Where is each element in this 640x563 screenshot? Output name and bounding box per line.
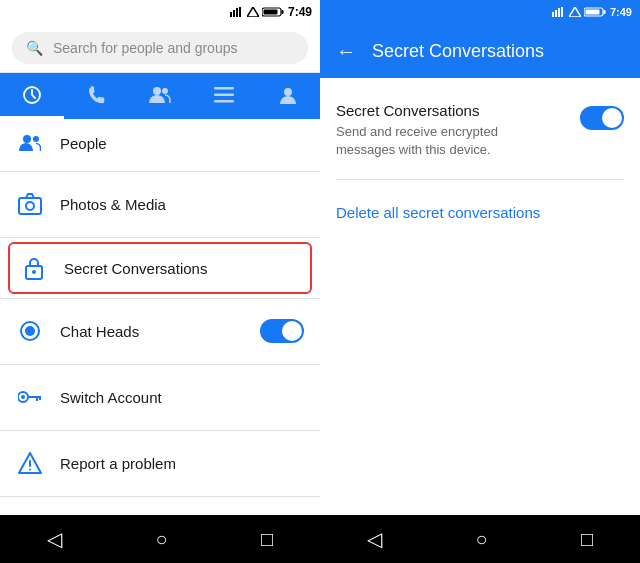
svg-point-16 bbox=[33, 136, 39, 142]
secret-conversations-setting-row: Secret Conversations Send and receive en… bbox=[336, 94, 624, 175]
divider-3 bbox=[0, 298, 320, 299]
svg-point-9 bbox=[153, 87, 161, 95]
svg-point-20 bbox=[32, 270, 36, 274]
delete-label: Delete all secret conversations bbox=[336, 204, 540, 221]
left-status-icons bbox=[230, 7, 284, 17]
left-panel: 7:49 🔍 Search for people and groups bbox=[0, 0, 320, 563]
right-header-title: Secret Conversations bbox=[372, 41, 544, 62]
photos-media-label: Photos & Media bbox=[60, 196, 304, 213]
right-recents-button[interactable]: □ bbox=[565, 520, 609, 559]
left-back-button[interactable]: ◁ bbox=[31, 519, 78, 559]
svg-rect-17 bbox=[19, 198, 41, 214]
secret-conversations-toggle[interactable] bbox=[580, 106, 624, 130]
svg-rect-6 bbox=[263, 10, 277, 15]
svg-rect-36 bbox=[555, 10, 557, 17]
right-panel: 7:49 ← Secret Conversations Secret Conve… bbox=[320, 0, 640, 563]
search-input[interactable]: 🔍 Search for people and groups bbox=[12, 32, 308, 64]
svg-rect-41 bbox=[585, 10, 599, 15]
svg-rect-42 bbox=[603, 10, 605, 14]
menu-item-help[interactable]: ? Help bbox=[0, 501, 320, 515]
left-time: 7:49 bbox=[288, 5, 312, 19]
key-icon bbox=[16, 383, 44, 411]
menu-item-report-problem[interactable]: Report a problem bbox=[0, 435, 320, 492]
search-placeholder: Search for people and groups bbox=[53, 40, 237, 56]
svg-point-18 bbox=[26, 202, 34, 210]
svg-rect-13 bbox=[214, 100, 234, 103]
right-header: ← Secret Conversations bbox=[320, 24, 640, 78]
tab-recent[interactable] bbox=[0, 73, 64, 119]
svg-rect-11 bbox=[214, 87, 234, 90]
nav-tabs bbox=[0, 73, 320, 119]
chat-heads-toggle-container bbox=[260, 319, 304, 343]
right-content: Secret Conversations Send and receive en… bbox=[320, 78, 640, 515]
chat-heads-icon bbox=[16, 317, 44, 345]
left-home-button[interactable]: ○ bbox=[139, 520, 183, 559]
people-icon bbox=[16, 129, 44, 157]
svg-point-14 bbox=[284, 88, 292, 96]
camera-icon bbox=[16, 190, 44, 218]
menu-item-people[interactable]: People bbox=[0, 119, 320, 167]
right-back-button[interactable]: ◁ bbox=[351, 519, 398, 559]
svg-point-24 bbox=[21, 395, 25, 399]
divider-2 bbox=[0, 237, 320, 238]
search-bar: 🔍 Search for people and groups bbox=[0, 24, 320, 73]
warning-icon bbox=[16, 449, 44, 477]
tab-menu-list[interactable] bbox=[192, 73, 256, 119]
report-problem-label: Report a problem bbox=[60, 455, 304, 472]
menu-item-photos-media[interactable]: Photos & Media bbox=[0, 176, 320, 233]
svg-rect-12 bbox=[214, 93, 234, 96]
menu-list: People Photos & Media Secret Conversatio… bbox=[0, 119, 320, 515]
svg-marker-4 bbox=[247, 7, 259, 17]
svg-rect-38 bbox=[561, 7, 563, 17]
left-status-bar: 7:49 bbox=[0, 0, 320, 24]
svg-point-22 bbox=[25, 326, 35, 336]
menu-item-chat-heads[interactable]: Chat Heads bbox=[0, 303, 320, 360]
svg-point-30 bbox=[29, 469, 31, 471]
right-divider bbox=[336, 179, 624, 180]
right-home-button[interactable]: ○ bbox=[459, 520, 503, 559]
svg-rect-1 bbox=[233, 10, 235, 17]
right-status-bar: 7:49 bbox=[320, 0, 640, 24]
chat-heads-label: Chat Heads bbox=[60, 323, 244, 340]
tab-profile[interactable] bbox=[256, 73, 320, 119]
setting-description: Send and receive encrypted messages with… bbox=[336, 123, 536, 159]
svg-point-10 bbox=[162, 88, 168, 94]
divider-4 bbox=[0, 364, 320, 365]
setting-text-block: Secret Conversations Send and receive en… bbox=[336, 102, 580, 159]
tab-people[interactable] bbox=[128, 73, 192, 119]
menu-item-switch-account[interactable]: Switch Account bbox=[0, 369, 320, 426]
svg-rect-7 bbox=[281, 10, 283, 14]
divider-6 bbox=[0, 496, 320, 497]
people-label: People bbox=[60, 135, 304, 152]
svg-rect-0 bbox=[230, 12, 232, 17]
delete-secret-conversations-row[interactable]: Delete all secret conversations bbox=[336, 196, 624, 230]
divider-1 bbox=[0, 171, 320, 172]
tab-calls[interactable] bbox=[64, 73, 128, 119]
setting-title: Secret Conversations bbox=[336, 102, 580, 119]
lock-icon bbox=[20, 254, 48, 282]
back-button[interactable]: ← bbox=[336, 40, 356, 63]
search-icon: 🔍 bbox=[26, 40, 43, 56]
svg-rect-3 bbox=[239, 7, 241, 17]
menu-item-secret-conversations[interactable]: Secret Conversations bbox=[8, 242, 312, 294]
divider-5 bbox=[0, 430, 320, 431]
switch-account-label: Switch Account bbox=[60, 389, 304, 406]
svg-marker-39 bbox=[569, 7, 581, 17]
chat-heads-toggle[interactable] bbox=[260, 319, 304, 343]
svg-rect-2 bbox=[236, 8, 238, 17]
left-bottom-nav: ◁ ○ □ bbox=[0, 515, 320, 563]
secret-conversations-label: Secret Conversations bbox=[64, 260, 300, 277]
right-bottom-nav: ◁ ○ □ bbox=[320, 515, 640, 563]
svg-rect-35 bbox=[552, 12, 554, 17]
svg-rect-37 bbox=[558, 8, 560, 17]
svg-point-15 bbox=[23, 135, 31, 143]
right-time: 7:49 bbox=[610, 6, 632, 18]
left-recents-button[interactable]: □ bbox=[245, 520, 289, 559]
